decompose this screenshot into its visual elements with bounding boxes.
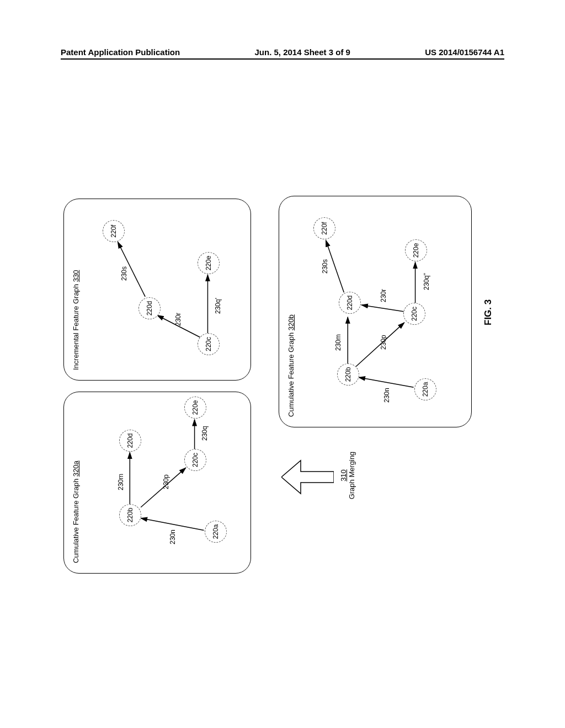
panel-330-arrows	[64, 199, 250, 380]
node-220b-p3: 220b	[337, 363, 359, 386]
panel-320b-ref: 320b	[287, 314, 295, 330]
node-220b-p1: 220b	[119, 504, 141, 526]
header-rule	[61, 58, 504, 60]
header-right: US 2014/0156744 A1	[425, 47, 504, 57]
svg-line-10	[361, 305, 404, 312]
node-220d-p2: 220d	[138, 297, 161, 319]
edge-230r-p3: 230r	[380, 289, 387, 302]
panel-320a-title-text: Cumulative Feature Graph	[72, 477, 80, 563]
merge-ref: 310	[339, 469, 348, 481]
edge-230q2-p3: 230q"	[423, 273, 430, 290]
node-220c-p3: 220c	[403, 303, 425, 325]
node-220a-p3: 220a	[414, 378, 436, 400]
panel-330-title: Incremental Feature Graph 330	[72, 270, 80, 370]
panel-320b: Cumulative Feature Graph 320b 220a 220b …	[279, 196, 472, 427]
edge-230p-p3: 230p	[380, 335, 387, 350]
node-220c-p1: 220c	[184, 449, 206, 471]
node-220f-p3: 220f	[313, 217, 335, 239]
figure-3: Cumulative Feature Graph 320a 220a 220b …	[63, 199, 516, 574]
panel-320b-title: Cumulative Feature Graph 320b	[287, 314, 295, 417]
edge-230m-p1: 230m	[117, 474, 125, 490]
panel-320b-title-text: Cumulative Feature Graph	[287, 330, 295, 417]
edge-230n-p3: 230n	[383, 388, 391, 403]
page-header: Patent Application Publication Jun. 5, 2…	[0, 47, 565, 57]
edge-230q-p1: 230q	[201, 426, 209, 441]
node-220e-p1: 220e	[184, 397, 206, 419]
edge-230p-p1: 230p	[162, 474, 170, 489]
panel-320a-title: Cumulative Feature Graph 320a	[72, 461, 80, 563]
header-center: Jun. 5, 2014 Sheet 3 of 9	[254, 47, 350, 57]
node-220e-p3: 220e	[405, 239, 427, 261]
panel-320b-arrows	[279, 196, 471, 427]
node-220d-p1: 220d	[119, 430, 141, 452]
edge-230n-p1: 230n	[169, 529, 177, 544]
header-left: Patent Application Publication	[61, 47, 180, 57]
edge-230s-p3: 230s	[321, 259, 329, 274]
node-220e-p2: 220e	[198, 252, 220, 274]
edge-230s-p2: 230s	[120, 266, 128, 281]
svg-line-0	[141, 518, 204, 531]
edge-230r-p2: 230r	[174, 313, 182, 326]
panel-330: Incremental Feature Graph 330 220c 220d …	[63, 199, 251, 381]
panel-320a-arrows	[64, 392, 250, 573]
panel-320a-ref: 320a	[72, 461, 80, 477]
panel-330-ref: 330	[72, 270, 80, 282]
node-220d-p3: 220d	[339, 292, 361, 314]
merge-text: Graph Merging	[348, 452, 356, 500]
panel-330-title-text: Incremental Feature Graph	[72, 282, 80, 370]
merge-arrow-label: 310 Graph Merging	[339, 437, 356, 514]
node-220f-p2: 220f	[103, 220, 125, 242]
edge-230m-p3: 230m	[334, 334, 342, 351]
panel-320a: Cumulative Feature Graph 320a 220a 220b …	[63, 392, 251, 574]
svg-line-7	[359, 377, 413, 387]
node-220a-p1: 220a	[205, 521, 227, 543]
edge-230q1-p2: 230q'	[214, 298, 222, 314]
node-220c-p2: 220c	[198, 333, 220, 355]
figure-caption: FIG. 3	[483, 299, 494, 325]
merge-arrow-icon	[281, 455, 334, 499]
